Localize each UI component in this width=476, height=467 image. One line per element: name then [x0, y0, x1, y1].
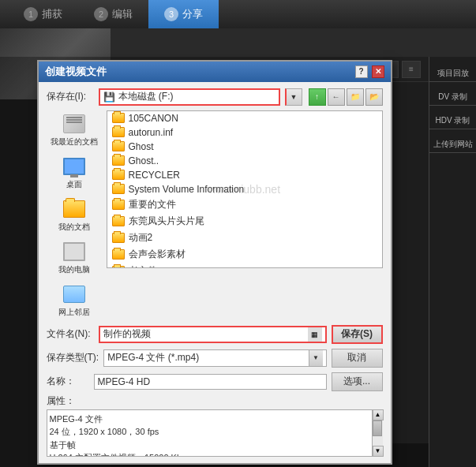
name-row: 名称： MPEG-4 HD 选项...: [47, 372, 383, 391]
step-number-1: 1: [24, 7, 38, 21]
step-label-edit: 编辑: [112, 7, 133, 21]
folder-icon-2: [112, 141, 125, 151]
properties-section: 属性： MPEG-4 文件 24 位，1920 x 1080，30 fps 基于…: [47, 394, 383, 457]
sidebar-group-dv: DV 录制: [429, 88, 476, 106]
nav-back-button[interactable]: ←: [328, 88, 345, 106]
folder-icon-4: [112, 170, 125, 180]
quick-access-my-computer[interactable]: 我的电脑: [47, 238, 102, 278]
file-list-container: 我最近的文档 桌面 我的文档: [47, 110, 383, 320]
filetype-label: 保存类型(T):: [47, 351, 99, 364]
name-value: MPEG-4 HD: [98, 376, 151, 387]
file-item-3[interactable]: Ghost..: [107, 154, 382, 168]
nav-buttons: ↑ ← 📁 📂: [309, 88, 383, 106]
properties-label: 属性：: [47, 394, 383, 408]
file-item-2[interactable]: Ghost: [107, 140, 382, 154]
filetype-row: 保存类型(T): MPEG-4 文件 (*.mp4) ▼ 取消: [47, 349, 383, 368]
nav-new-folder-button[interactable]: 📂: [365, 88, 383, 106]
sidebar-item-dv[interactable]: DV 录制: [438, 92, 467, 102]
filetype-select[interactable]: MPEG-4 文件 (*.mp4) ▼: [103, 349, 326, 367]
quick-access-desktop[interactable]: 桌面: [47, 153, 102, 192]
filename-label: 文件名(N):: [47, 327, 94, 341]
folder-icon-9: [112, 249, 125, 260]
nav-up-button[interactable]: ↑: [309, 88, 326, 106]
folder-icon-10: [112, 266, 125, 268]
network-label: 网上邻居: [58, 307, 90, 318]
create-video-dialog: 创建视频文件 ? ✕ 保存在(I): 💾 本地磁盘 (F:) ▼: [37, 60, 392, 465]
quick-access-recent-docs[interactable]: 我最近的文档: [47, 110, 102, 150]
file-item-1[interactable]: autorun.inf: [107, 125, 382, 140]
my-docs-label: 我的文档: [58, 222, 90, 233]
file-item-8[interactable]: 动画2: [107, 230, 382, 246]
dialog-title-bar: 创建视频文件 ? ✕: [39, 62, 391, 82]
file-item-4[interactable]: RECYCLER: [107, 168, 382, 182]
scrollbar-thumb[interactable]: [373, 420, 382, 436]
right-sidebar: 项目回放 DV 录制 HDV 录制 上传到网站: [429, 57, 476, 467]
nav-folder-button[interactable]: 📁: [347, 88, 364, 106]
quick-access-network[interactable]: 网上邻居: [47, 281, 102, 320]
step-number-2: 2: [94, 7, 108, 21]
location-label: 保存在(I):: [47, 90, 94, 103]
dialog-content: 保存在(I): 💾 本地磁盘 (F:) ▼ ↑ ← 📁 📂: [39, 82, 391, 463]
my-computer-label: 我的电脑: [58, 264, 90, 275]
step-capture[interactable]: 1 捕获: [8, 0, 78, 28]
quick-access-my-docs[interactable]: 我的文档: [47, 196, 102, 235]
top-bar: 1 捕获 2 编辑 3 分享: [0, 0, 476, 28]
location-row: 保存在(I): 💾 本地磁盘 (F:) ▼ ↑ ← 📁 📂: [47, 88, 383, 106]
dialog-title-actions: ? ✕: [355, 65, 384, 78]
sidebar-group-upload: 上传到网站: [429, 136, 476, 153]
filename-input[interactable]: 制作的视频 ▦: [99, 326, 327, 343]
properties-scrollbar[interactable]: ▲ ▼: [372, 409, 383, 457]
file-item-6[interactable]: 重要的文件: [107, 196, 382, 213]
step-label-capture: 捕获: [42, 7, 62, 21]
properties-line-1: MPEG-4 文件: [50, 414, 103, 424]
filename-value: 制作的视频: [103, 327, 308, 341]
properties-line-2: 24 位，1920 x 1080，30 fps: [50, 427, 159, 436]
options-button[interactable]: 选项...: [332, 372, 383, 391]
name-label: 名称：: [47, 375, 94, 388]
filename-row: 文件名(N): 制作的视频 ▦ 保存(S): [47, 325, 383, 344]
folder-icon-3: [112, 155, 125, 166]
save-button[interactable]: 保存(S): [332, 325, 383, 344]
my-docs-icon: [62, 198, 87, 220]
filetype-dropdown-arrow[interactable]: ▼: [309, 350, 323, 366]
properties-line-4: H.264 主配置文件视频：15000 Kbps: [50, 453, 191, 457]
file-item-9[interactable]: 会声会影素材: [107, 246, 382, 263]
dialog-title: 创建视频文件: [45, 65, 107, 79]
step-label-share: 分享: [182, 7, 203, 21]
sidebar-group-hdv: HDV 录制: [429, 112, 476, 129]
dialog-help-button[interactable]: ?: [355, 65, 368, 78]
scrollbar-up-arrow[interactable]: ▲: [373, 409, 384, 420]
file-item-0[interactable]: 105CANON: [107, 111, 382, 125]
file-item-10[interactable]: 老文件: [107, 263, 382, 268]
name-value-field: MPEG-4 HD: [94, 374, 327, 390]
my-computer-icon: [62, 241, 87, 263]
recent-docs-label: 我最近的文档: [51, 136, 98, 148]
properties-line-3: 基于帧: [50, 440, 76, 450]
filetype-value: MPEG-4 文件 (*.mp4): [107, 351, 199, 364]
folder-icon-8: [112, 233, 125, 243]
scrollbar-down-arrow[interactable]: ▼: [373, 446, 384, 457]
quick-access-panel: 我最近的文档 桌面 我的文档: [47, 110, 102, 320]
step-number-3: 3: [164, 7, 178, 21]
step-share[interactable]: 3 分享: [148, 0, 219, 28]
location-icon: 💾: [103, 92, 115, 103]
location-input[interactable]: 💾 本地磁盘 (F:): [99, 88, 280, 106]
properties-textarea: MPEG-4 文件 24 位，1920 x 1080，30 fps 基于帧 H.…: [47, 409, 383, 457]
sidebar-item-hdv[interactable]: HDV 录制: [436, 115, 470, 125]
cancel-button[interactable]: 取消: [332, 349, 383, 368]
desktop-icon: [62, 155, 87, 177]
sidebar-item-upload[interactable]: 上传到网站: [433, 139, 473, 149]
location-value: 本地磁盘 (F:): [118, 90, 174, 103]
file-item-7[interactable]: 东莞凤头片头片尾: [107, 213, 382, 230]
dialog-close-button[interactable]: ✕: [372, 65, 384, 78]
file-item-5[interactable]: System Volume Information: [107, 182, 382, 196]
location-dropdown-button[interactable]: ▼: [285, 88, 302, 106]
step-edit[interactable]: 2 编辑: [78, 0, 148, 28]
folder-icon-5: [112, 184, 125, 194]
dialog-overlay: 创建视频文件 ? ✕ 保存在(I): 💾 本地磁盘 (F:) ▼: [0, 57, 429, 467]
recent-docs-icon: [62, 113, 87, 135]
sidebar-item-playback[interactable]: 项目回放: [437, 68, 469, 78]
folder-icon-7: [112, 216, 125, 226]
file-list[interactable]: www.niubb.net 105CANON autorun.inf Ghost: [107, 110, 383, 268]
main-area: ........... + 添加 📁 ▦ ♪ ≡ 项目回放 DV 录制 HDV …: [0, 28, 476, 467]
